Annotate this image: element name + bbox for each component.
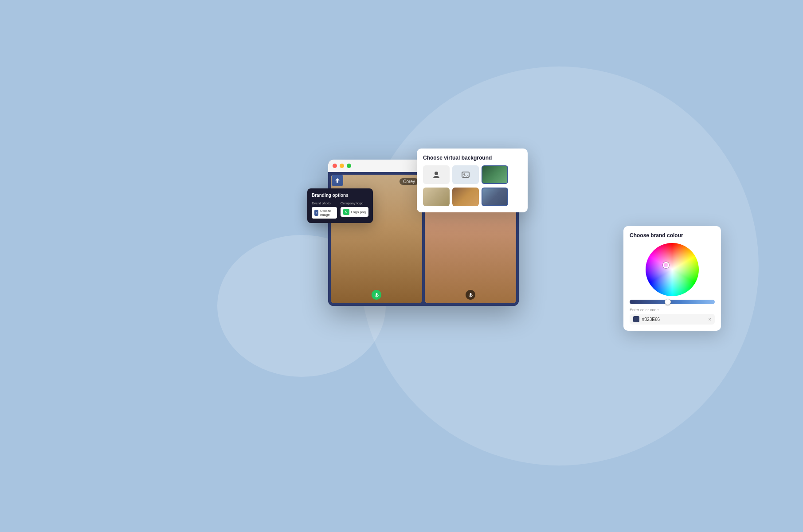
hue-slider-thumb[interactable] <box>665 299 671 305</box>
color-code-close-icon[interactable]: × <box>709 317 711 322</box>
color-code-section: Enter color code #323E66 × <box>630 308 715 325</box>
amelia-mic[interactable] <box>466 290 475 300</box>
maximize-button[interactable] <box>347 164 351 168</box>
bg-option-image[interactable] <box>452 165 479 184</box>
bg-option-forest[interactable] <box>482 165 508 184</box>
color-wheel-wrapper[interactable] <box>646 243 699 296</box>
upload-icon: ↑ <box>314 210 318 216</box>
corey-label: Corey <box>400 178 419 185</box>
color-wheel-container[interactable] <box>630 243 715 296</box>
minimize-button[interactable] <box>340 164 344 168</box>
bg-thumb-2[interactable] <box>452 188 479 206</box>
branding-panel: Branding options Event photo ↑ Upload im… <box>307 188 373 223</box>
svg-rect-2 <box>470 293 471 296</box>
logo-filename: Logo.png <box>351 210 366 214</box>
company-logo-col: Company logo N Logo.png <box>341 201 368 219</box>
bg-thumb-3[interactable] <box>482 188 508 206</box>
color-picker-title: Choose brand colour <box>630 232 715 239</box>
upload-image-button[interactable]: ↑ Upload image <box>312 207 337 219</box>
company-logo-label: Company logo <box>341 201 368 205</box>
color-code-input[interactable]: #323E66 × <box>630 314 715 325</box>
color-picker-panel: Choose brand colour Enter color code #32… <box>623 226 721 331</box>
hue-slider[interactable] <box>630 300 715 304</box>
color-code-label: Enter color code <box>630 308 715 312</box>
hue-slider-container[interactable] <box>630 300 715 304</box>
event-photo-col: Event photo ↑ Upload image <box>312 201 337 219</box>
upload-logo-button[interactable]: N Logo.png <box>341 207 368 217</box>
color-wheel[interactable] <box>646 243 699 296</box>
svg-point-6 <box>463 173 465 175</box>
event-photo-label: Event photo <box>312 201 337 205</box>
color-code-value: #323E66 <box>642 317 706 322</box>
branding-title: Branding options <box>312 193 368 198</box>
logo-icon: N <box>343 209 349 215</box>
svg-point-4 <box>435 172 438 175</box>
corey-mic[interactable] <box>372 290 381 300</box>
app-logo <box>332 175 343 186</box>
bg-thumbnails <box>423 188 521 206</box>
color-swatch <box>633 316 639 322</box>
branding-options-row: Event photo ↑ Upload image Company logo … <box>312 201 368 219</box>
bg-option-none[interactable] <box>423 165 450 184</box>
color-wheel-cursor[interactable] <box>663 262 669 268</box>
bg-options-icons <box>423 165 521 184</box>
bg-thumb-1[interactable] <box>423 188 450 206</box>
upload-image-text: Upload image <box>320 209 334 217</box>
virtual-bg-panel: Choose virtual background <box>417 149 528 212</box>
svg-rect-0 <box>376 293 377 296</box>
close-button[interactable] <box>333 164 337 168</box>
virtual-bg-title: Choose virtual background <box>423 155 521 161</box>
svg-rect-5 <box>462 172 469 177</box>
